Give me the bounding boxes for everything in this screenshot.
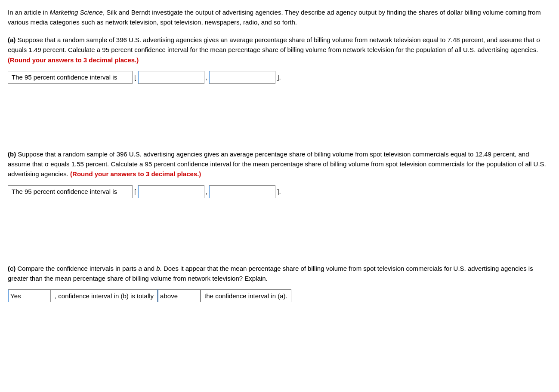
part-b-input-upper[interactable] <box>209 185 275 198</box>
part-a-answer-row: The 95 percent confidence interval is [ … <box>8 71 551 84</box>
part-b-input-lower[interactable] <box>138 185 204 198</box>
part-c-answer-row: , confidence interval in (b) is totally … <box>8 289 551 302</box>
part-c-static-middle: , confidence interval in (b) is totally <box>51 289 158 302</box>
intro-paragraph: In an article in Marketing Science, Silk… <box>8 8 551 27</box>
part-c-text: (c) Compare the confidence intervals in … <box>8 263 551 284</box>
part-b-ci-label: The 95 percent confidence interval is <box>8 185 133 198</box>
part-a-comma: , <box>204 74 209 81</box>
part-a-round-note: (Round your answers to 3 decimal places.… <box>8 56 139 64</box>
part-c-label: (c) <box>8 265 15 272</box>
part-a-input-upper[interactable] <box>209 71 275 84</box>
part-b-bracket-open: [ <box>133 188 138 195</box>
part-c-static-end: the confidence interval in (a). <box>201 289 291 302</box>
part-c-text-1: Compare the confidence intervals in part… <box>15 265 138 272</box>
part-c-b-italic: b <box>156 265 160 272</box>
part-c-a-italic: a <box>139 265 142 272</box>
part-a-input-lower[interactable] <box>138 71 204 84</box>
part-a-spacer <box>8 87 551 139</box>
part-a-section: (a) Suppose that a random sample of 396 … <box>8 35 551 139</box>
part-a-bracket-close: ]. <box>275 74 282 81</box>
part-a-ci-label: The 95 percent confidence interval is <box>8 71 133 84</box>
journal-name: Marketing Science <box>50 9 103 16</box>
part-b-label: (b) <box>8 150 16 158</box>
part-c-text-2: and <box>142 265 156 272</box>
part-a-bracket-open: [ <box>133 74 138 81</box>
part-b-answer-row: The 95 percent confidence interval is [ … <box>8 185 551 198</box>
part-a-body: Suppose that a random sample of 396 U.S.… <box>8 36 540 53</box>
part-b-section: (b) Suppose that a random sample of 396 … <box>8 149 551 253</box>
part-a-text: (a) Suppose that a random sample of 396 … <box>8 35 551 65</box>
part-c-section: (c) Compare the confidence intervals in … <box>8 263 551 303</box>
part-b-text: (b) Suppose that a random sample of 396 … <box>8 149 551 179</box>
part-b-spacer <box>8 202 551 253</box>
part-b-comma: , <box>204 188 209 195</box>
part-a-label: (a) <box>8 36 15 43</box>
part-b-bracket-close: ]. <box>275 188 282 195</box>
intro-text-before-journal: In an article in <box>8 9 50 16</box>
part-c-input-yes[interactable] <box>8 289 51 302</box>
part-b-round-note: (Round your answers to 3 decimal places.… <box>70 170 201 178</box>
part-c-input-above[interactable] <box>158 289 201 302</box>
